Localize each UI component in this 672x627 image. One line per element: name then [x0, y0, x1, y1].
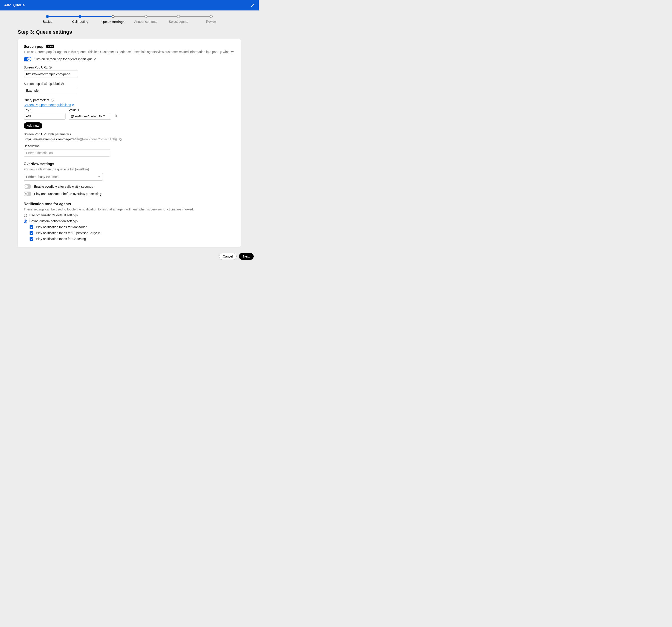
- step-label: Select agents: [169, 20, 188, 23]
- radio-label: Define custom notification settings: [29, 219, 77, 223]
- screen-pop-title: Screen pop: [24, 45, 44, 49]
- step-label: Review: [206, 20, 217, 23]
- toggle-knob: [24, 192, 28, 196]
- step-label: Call routing: [72, 20, 88, 23]
- add-new-button[interactable]: Add new: [24, 122, 42, 129]
- url-querystring: ?ANI={{NewPhoneContact.ANI}}: [71, 138, 117, 141]
- check-label: Play notification tones for Coaching: [36, 237, 86, 241]
- check-label: Play notification tones for Supervisor B…: [36, 231, 100, 235]
- step-dot-icon: [210, 15, 213, 18]
- checkbox-icon: [29, 231, 33, 235]
- external-link-icon: [72, 103, 75, 106]
- svg-point-5: [52, 99, 52, 100]
- step-connector: [113, 16, 146, 17]
- key-input[interactable]: [24, 113, 66, 120]
- overflow-announce-toggle[interactable]: [24, 192, 31, 196]
- stepper: Basics Call routing Queue settings Annou…: [0, 10, 259, 26]
- info-icon[interactable]: [49, 66, 52, 69]
- copy-icon[interactable]: [119, 138, 122, 141]
- check-monitoring[interactable]: Play notification tones for Monitoring: [29, 225, 235, 229]
- description-label: Description: [24, 144, 235, 148]
- desktop-label-input[interactable]: [24, 87, 78, 94]
- url-label-text: Screen Pop URL: [24, 66, 48, 69]
- step-connector: [178, 16, 211, 17]
- screen-pop-desc: Turn on Screen pop for agents in this qu…: [24, 50, 235, 54]
- step-dot-icon: [112, 15, 115, 18]
- page-title: Step 3: Queue settings: [18, 29, 241, 35]
- trash-icon[interactable]: [114, 114, 117, 117]
- next-button[interactable]: Next: [239, 253, 254, 260]
- key-label: Key 1: [24, 108, 66, 112]
- svg-rect-6: [120, 139, 121, 140]
- radio-icon: [24, 214, 27, 217]
- step-dot-icon: [177, 15, 180, 18]
- step-dot-icon: [144, 15, 147, 18]
- step-connector: [80, 16, 113, 17]
- section-notification: Notification tone for agents These setti…: [24, 202, 235, 241]
- overflow-select-value: Perform busy treatment: [26, 175, 59, 178]
- screen-pop-toggle[interactable]: [24, 57, 31, 62]
- info-icon[interactable]: [51, 99, 54, 102]
- key-value-row: Key 1 Value 1: [24, 108, 235, 120]
- footer-bar: Cancel Next: [0, 249, 259, 265]
- value-label: Value 1: [69, 108, 111, 112]
- overflow-sub: For new calls when the queue is full (ov…: [24, 167, 235, 171]
- desktop-label-text: Screen pop desktop label: [24, 82, 59, 86]
- desktop-label-label: Screen pop desktop label: [24, 82, 235, 86]
- toggle-knob: [24, 185, 28, 188]
- query-params-label: Query parameters: [24, 98, 235, 102]
- section-overflow: Overflow settings For new calls when the…: [24, 162, 235, 196]
- check-coaching[interactable]: Play notification tones for Coaching: [29, 237, 235, 241]
- chevron-down-icon: [98, 175, 100, 178]
- new-badge: New: [46, 45, 54, 48]
- cancel-button[interactable]: Cancel: [219, 253, 237, 260]
- url-with-params-label: Screen Pop URL with parameters: [24, 132, 235, 136]
- radio-icon: [24, 220, 27, 223]
- modal-title: Add Queue: [4, 3, 25, 7]
- overflow-title: Overflow settings: [24, 162, 54, 166]
- value-input[interactable]: [69, 113, 111, 120]
- description-input[interactable]: [24, 149, 110, 156]
- overflow-announce-label: Play announcement before overflow proces…: [34, 192, 101, 196]
- close-icon[interactable]: [251, 3, 255, 7]
- checkbox-icon: [29, 237, 33, 241]
- overflow-wait-toggle[interactable]: [24, 184, 31, 189]
- step-label: Queue settings: [101, 20, 124, 24]
- toggle-knob: [27, 57, 31, 61]
- url-input[interactable]: [24, 71, 78, 78]
- step-basics[interactable]: Basics: [31, 15, 64, 23]
- info-icon[interactable]: [61, 82, 64, 85]
- step-label: Announcements: [134, 20, 157, 23]
- guidelines-link-text: Screen Pop parameter guidelines: [24, 103, 71, 107]
- notif-title: Notification tone for agents: [24, 202, 71, 206]
- radio-custom[interactable]: Define custom notification settings: [24, 219, 235, 223]
- url-with-params-value: https://www.example.com/page?ANI={{NewPh…: [24, 138, 235, 141]
- notif-sub: These settings can be used to toggle the…: [24, 208, 235, 211]
- guidelines-link[interactable]: Screen Pop parameter guidelines: [24, 103, 75, 107]
- radio-org-default[interactable]: Use organization's default settings: [24, 213, 235, 217]
- screen-pop-toggle-label: Turn on Screen pop for agents in this qu…: [34, 57, 96, 61]
- step-connector: [48, 16, 80, 17]
- overflow-wait-label: Enable overflow after calls wait x secon…: [34, 185, 93, 188]
- radio-label: Use organization's default settings: [29, 213, 78, 217]
- section-screen-pop: Screen pop New Turn on Screen pop for ag…: [24, 45, 235, 156]
- checkbox-icon: [29, 225, 33, 229]
- query-params-text: Query parameters: [24, 98, 49, 102]
- settings-card: Screen pop New Turn on Screen pop for ag…: [18, 39, 241, 247]
- step-label: Basics: [43, 20, 52, 23]
- check-barge-in[interactable]: Play notification tones for Supervisor B…: [29, 231, 235, 235]
- check-label: Play notification tones for Monitoring: [36, 225, 87, 229]
- modal-header: Add Queue: [0, 0, 259, 10]
- overflow-select[interactable]: Perform busy treatment: [24, 173, 103, 180]
- step-dot-icon: [46, 15, 49, 18]
- url-base: https://www.example.com/page: [24, 138, 71, 141]
- step-dot-icon: [79, 15, 82, 18]
- url-label: Screen Pop URL: [24, 66, 235, 69]
- step-connector: [146, 16, 178, 17]
